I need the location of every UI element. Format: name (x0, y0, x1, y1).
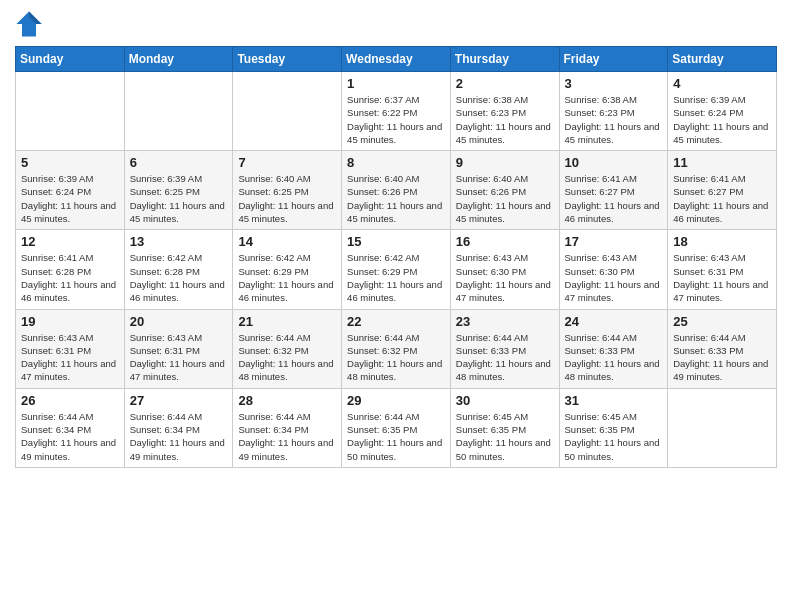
day-cell-6: 6Sunrise: 6:39 AMSunset: 6:25 PMDaylight… (124, 151, 233, 230)
weekday-header-row: SundayMondayTuesdayWednesdayThursdayFrid… (16, 47, 777, 72)
day-number: 18 (673, 234, 771, 249)
day-info-text: Sunrise: 6:44 AM (347, 331, 445, 344)
day-info-text: Daylight: 11 hours and 45 minutes. (456, 120, 554, 147)
day-info-text: Daylight: 11 hours and 45 minutes. (347, 199, 445, 226)
day-info-text: Sunset: 6:30 PM (456, 265, 554, 278)
day-info-text: Sunrise: 6:43 AM (673, 251, 771, 264)
day-info-text: Sunset: 6:31 PM (130, 344, 228, 357)
day-cell-3: 3Sunrise: 6:38 AMSunset: 6:23 PMDaylight… (559, 72, 668, 151)
day-number: 5 (21, 155, 119, 170)
day-info-text: Sunrise: 6:43 AM (565, 251, 663, 264)
day-info-text: Daylight: 11 hours and 46 minutes. (21, 278, 119, 305)
day-cell-28: 28Sunrise: 6:44 AMSunset: 6:34 PMDayligh… (233, 388, 342, 467)
day-info-text: Sunset: 6:34 PM (21, 423, 119, 436)
day-info-text: Daylight: 11 hours and 45 minutes. (21, 199, 119, 226)
day-cell-23: 23Sunrise: 6:44 AMSunset: 6:33 PMDayligh… (450, 309, 559, 388)
day-info-text: Sunrise: 6:44 AM (347, 410, 445, 423)
day-info-text: Sunrise: 6:40 AM (456, 172, 554, 185)
day-number: 31 (565, 393, 663, 408)
day-cell-10: 10Sunrise: 6:41 AMSunset: 6:27 PMDayligh… (559, 151, 668, 230)
day-info-text: Sunrise: 6:39 AM (21, 172, 119, 185)
day-cell-8: 8Sunrise: 6:40 AMSunset: 6:26 PMDaylight… (342, 151, 451, 230)
day-info-text: Sunrise: 6:39 AM (673, 93, 771, 106)
day-info-text: Sunset: 6:33 PM (673, 344, 771, 357)
day-info-text: Sunrise: 6:37 AM (347, 93, 445, 106)
day-cell-26: 26Sunrise: 6:44 AMSunset: 6:34 PMDayligh… (16, 388, 125, 467)
page: SundayMondayTuesdayWednesdayThursdayFrid… (0, 0, 792, 612)
day-cell-11: 11Sunrise: 6:41 AMSunset: 6:27 PMDayligh… (668, 151, 777, 230)
day-cell-25: 25Sunrise: 6:44 AMSunset: 6:33 PMDayligh… (668, 309, 777, 388)
weekday-header-friday: Friday (559, 47, 668, 72)
day-info-text: Sunrise: 6:44 AM (21, 410, 119, 423)
day-info-text: Sunset: 6:29 PM (347, 265, 445, 278)
day-info-text: Daylight: 11 hours and 47 minutes. (21, 357, 119, 384)
day-info-text: Daylight: 11 hours and 48 minutes. (238, 357, 336, 384)
day-info-text: Sunset: 6:34 PM (130, 423, 228, 436)
day-info-text: Sunset: 6:35 PM (565, 423, 663, 436)
day-number: 15 (347, 234, 445, 249)
day-info-text: Sunrise: 6:43 AM (456, 251, 554, 264)
day-cell-20: 20Sunrise: 6:43 AMSunset: 6:31 PMDayligh… (124, 309, 233, 388)
day-cell-27: 27Sunrise: 6:44 AMSunset: 6:34 PMDayligh… (124, 388, 233, 467)
day-info-text: Daylight: 11 hours and 48 minutes. (347, 357, 445, 384)
day-number: 20 (130, 314, 228, 329)
day-number: 22 (347, 314, 445, 329)
day-cell-22: 22Sunrise: 6:44 AMSunset: 6:32 PMDayligh… (342, 309, 451, 388)
day-info-text: Sunset: 6:32 PM (238, 344, 336, 357)
day-info-text: Sunset: 6:27 PM (673, 185, 771, 198)
week-row-2: 5Sunrise: 6:39 AMSunset: 6:24 PMDaylight… (16, 151, 777, 230)
day-number: 13 (130, 234, 228, 249)
day-info-text: Daylight: 11 hours and 46 minutes. (673, 199, 771, 226)
day-info-text: Sunset: 6:23 PM (565, 106, 663, 119)
day-number: 12 (21, 234, 119, 249)
day-info-text: Sunrise: 6:44 AM (673, 331, 771, 344)
day-info-text: Sunset: 6:22 PM (347, 106, 445, 119)
day-number: 21 (238, 314, 336, 329)
day-info-text: Daylight: 11 hours and 49 minutes. (130, 436, 228, 463)
weekday-header-monday: Monday (124, 47, 233, 72)
day-cell-24: 24Sunrise: 6:44 AMSunset: 6:33 PMDayligh… (559, 309, 668, 388)
day-info-text: Sunrise: 6:43 AM (21, 331, 119, 344)
day-number: 29 (347, 393, 445, 408)
day-info-text: Daylight: 11 hours and 47 minutes. (130, 357, 228, 384)
day-number: 1 (347, 76, 445, 91)
empty-cell (233, 72, 342, 151)
week-row-1: 1Sunrise: 6:37 AMSunset: 6:22 PMDaylight… (16, 72, 777, 151)
day-info-text: Sunrise: 6:41 AM (21, 251, 119, 264)
day-info-text: Sunrise: 6:44 AM (238, 331, 336, 344)
day-cell-31: 31Sunrise: 6:45 AMSunset: 6:35 PMDayligh… (559, 388, 668, 467)
day-cell-9: 9Sunrise: 6:40 AMSunset: 6:26 PMDaylight… (450, 151, 559, 230)
day-cell-30: 30Sunrise: 6:45 AMSunset: 6:35 PMDayligh… (450, 388, 559, 467)
empty-cell (668, 388, 777, 467)
day-cell-14: 14Sunrise: 6:42 AMSunset: 6:29 PMDayligh… (233, 230, 342, 309)
day-info-text: Sunrise: 6:45 AM (456, 410, 554, 423)
day-cell-29: 29Sunrise: 6:44 AMSunset: 6:35 PMDayligh… (342, 388, 451, 467)
empty-cell (16, 72, 125, 151)
day-info-text: Daylight: 11 hours and 46 minutes. (130, 278, 228, 305)
weekday-header-saturday: Saturday (668, 47, 777, 72)
day-info-text: Sunrise: 6:44 AM (238, 410, 336, 423)
day-cell-18: 18Sunrise: 6:43 AMSunset: 6:31 PMDayligh… (668, 230, 777, 309)
day-cell-15: 15Sunrise: 6:42 AMSunset: 6:29 PMDayligh… (342, 230, 451, 309)
day-info-text: Daylight: 11 hours and 49 minutes. (673, 357, 771, 384)
day-cell-21: 21Sunrise: 6:44 AMSunset: 6:32 PMDayligh… (233, 309, 342, 388)
day-info-text: Sunset: 6:26 PM (456, 185, 554, 198)
day-number: 8 (347, 155, 445, 170)
day-info-text: Sunset: 6:24 PM (673, 106, 771, 119)
day-info-text: Sunset: 6:31 PM (673, 265, 771, 278)
day-info-text: Daylight: 11 hours and 45 minutes. (673, 120, 771, 147)
day-info-text: Daylight: 11 hours and 47 minutes. (673, 278, 771, 305)
day-info-text: Sunset: 6:25 PM (238, 185, 336, 198)
day-info-text: Sunrise: 6:40 AM (347, 172, 445, 185)
day-info-text: Daylight: 11 hours and 46 minutes. (565, 199, 663, 226)
weekday-header-wednesday: Wednesday (342, 47, 451, 72)
day-info-text: Daylight: 11 hours and 47 minutes. (565, 278, 663, 305)
empty-cell (124, 72, 233, 151)
day-info-text: Sunset: 6:28 PM (21, 265, 119, 278)
day-info-text: Sunset: 6:35 PM (347, 423, 445, 436)
day-number: 7 (238, 155, 336, 170)
day-info-text: Sunrise: 6:39 AM (130, 172, 228, 185)
day-cell-17: 17Sunrise: 6:43 AMSunset: 6:30 PMDayligh… (559, 230, 668, 309)
weekday-header-tuesday: Tuesday (233, 47, 342, 72)
day-info-text: Daylight: 11 hours and 49 minutes. (21, 436, 119, 463)
